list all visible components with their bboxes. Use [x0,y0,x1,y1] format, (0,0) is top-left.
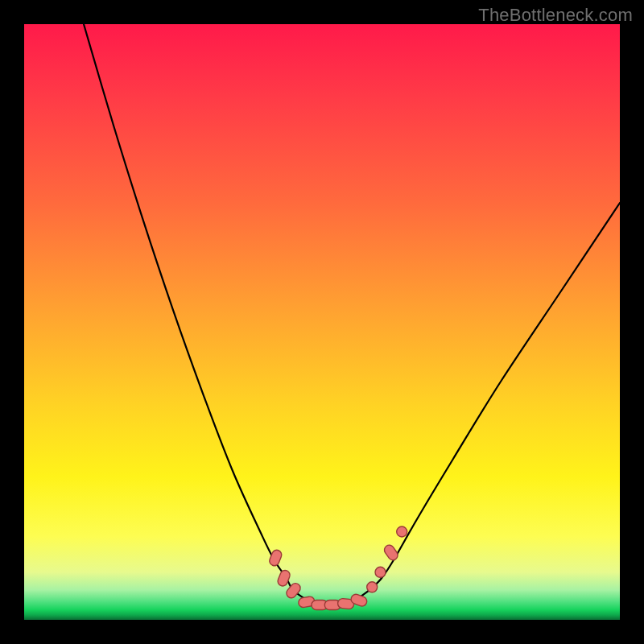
marker-dot [397,526,407,537]
marker-group [268,526,407,610]
marker-dot [367,582,378,592]
marker-dot [375,567,386,577]
watermark-text: TheBottleneck.com [478,5,633,26]
marker-capsule [284,581,302,600]
chart-frame: TheBottleneck.com [0,0,644,644]
marker-capsule [382,543,399,562]
curve-layer [24,24,620,620]
curve-left-branch [84,24,292,590]
